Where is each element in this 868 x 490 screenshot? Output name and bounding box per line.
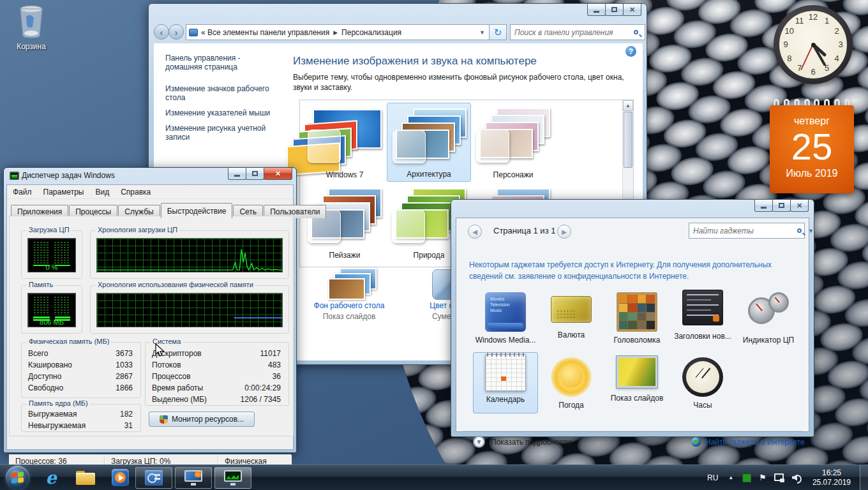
menu-view[interactable]: Вид xyxy=(89,188,115,197)
gadget-calendar[interactable]: Календарь xyxy=(473,352,538,413)
recycle-bin[interactable]: Корзина xyxy=(9,5,54,51)
clock-gadget[interactable]: 121234567891011 xyxy=(774,5,853,84)
taskbar-media-player[interactable] xyxy=(107,466,133,489)
scrollbar-thumb[interactable] xyxy=(624,112,632,168)
taskbar-time: 16:25 xyxy=(812,468,851,478)
gadget-currency[interactable]: Валюта xyxy=(539,287,604,339)
address-dropdown-icon[interactable]: ▼ xyxy=(479,29,485,36)
theme-architecture[interactable]: Архитектура xyxy=(387,103,471,182)
search-dropdown-icon[interactable]: ▼ xyxy=(808,228,814,234)
menu-help[interactable]: Справка xyxy=(115,188,156,197)
maximize-button[interactable] xyxy=(772,200,791,212)
taskbar: e RU ▲ ⚑ 16:25 25.07.2019 xyxy=(0,464,868,490)
recycle-bin-icon xyxy=(17,5,45,38)
desktop-background-control[interactable]: Фон рабочего стола Показ слайдов xyxy=(304,268,394,321)
start-button[interactable] xyxy=(6,466,29,489)
glass-square-icon xyxy=(393,130,426,163)
action-center-flag-icon[interactable]: ⚑ xyxy=(755,473,770,482)
taskbar-personalization-button[interactable] xyxy=(175,467,212,489)
maximize-button[interactable] xyxy=(605,4,624,16)
minimize-button[interactable] xyxy=(587,4,606,16)
slideshow-icon xyxy=(617,356,657,388)
back-button[interactable]: ‹ xyxy=(154,24,169,40)
sun-icon xyxy=(551,357,592,397)
menu-options[interactable]: Параметры xyxy=(38,188,90,197)
cpu-meter-tray-icon[interactable] xyxy=(742,473,751,482)
gadget-windows-media[interactable]: Movies Television Music Windows Media... xyxy=(473,287,538,345)
taskbar-task-manager-button[interactable] xyxy=(214,467,251,489)
info-text-line1: Некоторым гаджетам требуется доступ к Ин… xyxy=(469,260,772,269)
cpu-meter-icon xyxy=(748,292,789,332)
clock-center-pin xyxy=(811,43,816,47)
show-desktop-button[interactable] xyxy=(860,465,868,490)
control-panel-search[interactable] xyxy=(510,24,645,40)
sidebar-home-link[interactable]: Панель управления - домашняя страница xyxy=(165,54,277,71)
next-page-icon[interactable]: ▶ xyxy=(557,225,571,239)
taskbar-control-panel-button[interactable] xyxy=(135,467,172,489)
search-icon[interactable] xyxy=(797,228,802,233)
task-manager-icon xyxy=(10,172,19,180)
resource-monitor-button[interactable]: Монитор ресурсов... xyxy=(149,412,255,427)
footer-divider xyxy=(463,431,802,431)
scroll-up-icon[interactable]: ▲ xyxy=(623,100,633,111)
gadget-gallery-window: ✕ ◀ Страница 1 из 1 ▶ ▼ Некоторым гаджет… xyxy=(451,199,814,437)
address-bar[interactable]: « Все элементы панели управления ▶ Персо… xyxy=(186,24,490,40)
memory-gauge-value: 806 МБ xyxy=(28,318,75,326)
sidebar-link-desktop-icons[interactable]: Изменение значков рабочего стола xyxy=(165,84,280,102)
gadget-weather[interactable]: Погода xyxy=(539,352,604,410)
gadget-news-headlines[interactable]: Заголовки нов... xyxy=(670,287,735,341)
theme-windows7[interactable]: Windows 7 xyxy=(303,103,387,182)
sidebar-link-mouse-pointers[interactable]: Изменение указателей мыши xyxy=(165,108,280,117)
close-button[interactable]: ✕ xyxy=(264,168,292,180)
refresh-button[interactable]: ↻ xyxy=(490,24,507,40)
tab-performance[interactable]: Быстродействие xyxy=(161,203,233,218)
search-input[interactable] xyxy=(511,28,634,37)
info-text-line2: сведений см. заявление о конфиденциально… xyxy=(469,272,689,281)
globe-icon xyxy=(691,437,701,447)
breadcrumb-root[interactable]: Все элементы панели управления xyxy=(207,28,329,37)
media-player-icon xyxy=(112,469,129,486)
volume-icon[interactable] xyxy=(792,473,802,482)
gadget-puzzle[interactable]: Головоломка xyxy=(604,287,670,345)
taskbar-explorer[interactable] xyxy=(73,466,98,489)
taskbar-internet-explorer[interactable]: e xyxy=(38,466,64,489)
minimize-button[interactable] xyxy=(754,200,773,212)
show-details-link[interactable]: Показать подробности xyxy=(491,438,571,447)
language-indicator[interactable]: RU xyxy=(702,473,723,482)
search-icon[interactable] xyxy=(634,30,638,34)
uac-shield-icon xyxy=(160,415,168,424)
help-icon[interactable]: ? xyxy=(625,46,636,57)
breadcrumb-current[interactable]: Персонализация xyxy=(341,28,401,37)
find-gadgets-online-link[interactable]: Найти гаджеты в Интернете xyxy=(705,438,805,447)
show-hidden-icons[interactable]: ▲ xyxy=(723,475,738,480)
memory-history-graph xyxy=(96,293,283,327)
network-icon[interactable] xyxy=(774,473,784,482)
minimize-button[interactable] xyxy=(228,168,246,180)
sidebar-link-account-picture[interactable]: Изменение рисунка учетной записи xyxy=(165,124,280,142)
chevron-down-icon[interactable]: ▼ xyxy=(473,436,485,448)
close-button[interactable]: ✕ xyxy=(790,200,809,212)
windows-media-icon: Movies Television Music xyxy=(485,292,526,332)
theme-characters[interactable]: Персонажи xyxy=(471,103,555,182)
previous-page-icon[interactable]: ◀ xyxy=(468,225,482,239)
theme-characters-preview xyxy=(476,108,550,163)
theme-landscapes[interactable]: Пейзажи xyxy=(303,183,387,262)
page-title: Изменение изображения и звука на компьют… xyxy=(293,55,537,68)
system-tray: RU ▲ ⚑ 16:25 25.07.2019 xyxy=(702,465,868,490)
calendar-gadget[interactable]: четверг 25 Июль 2019 xyxy=(770,99,854,193)
gadget-search-input[interactable] xyxy=(689,226,797,235)
gadget-clock[interactable]: Часы xyxy=(670,352,735,410)
menu-file[interactable]: Файл xyxy=(7,188,38,197)
gadget-cpu-meter[interactable]: Индикатор ЦП xyxy=(736,287,801,345)
gadget-search[interactable]: ▼ xyxy=(689,223,805,239)
maximize-button[interactable] xyxy=(246,168,264,180)
personalization-icon xyxy=(189,29,198,36)
close-button[interactable]: ✕ xyxy=(623,4,641,16)
currency-icon xyxy=(551,296,592,323)
taskbar-clock[interactable]: 16:25 25.07.2019 xyxy=(806,468,857,487)
forward-button[interactable]: › xyxy=(168,24,184,40)
folder-icon xyxy=(76,471,95,485)
calendar-month-year: Июль 2019 xyxy=(770,168,854,179)
glass-square-icon xyxy=(308,130,341,163)
gadget-slideshow[interactable]: Показ слайдов xyxy=(604,352,670,403)
